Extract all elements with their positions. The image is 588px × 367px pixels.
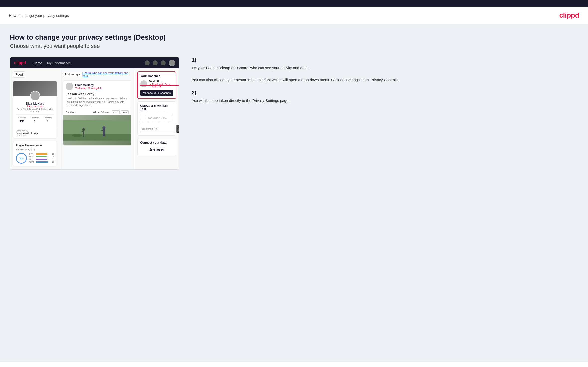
trackman-placeholder: Trackman Link [140, 113, 173, 123]
tag-app: APP [121, 110, 129, 114]
connect-widget: Connect your data Arccos [137, 138, 176, 156]
quality-circle: 92 [16, 153, 27, 164]
post-card: Blair McHarg Yesterday · Sunningdale Les… [63, 80, 131, 146]
control-privacy-link[interactable]: Control who can see your activity and da… [83, 71, 131, 77]
bar-row-ott: OTT 90 [29, 153, 54, 155]
clippd-logo: clippd [559, 11, 579, 19]
bar-row-putt: PUTT 96 [29, 161, 54, 163]
profile-handicap: Plus Handicap [16, 105, 54, 108]
instruction-2-number: 2) [192, 90, 578, 96]
footer: Copyright Clippd 2022 [0, 362, 588, 367]
nav-my-performance[interactable]: My Performance [47, 61, 71, 65]
perf-body: 92 OTT 90 APP 85 [16, 153, 54, 164]
main-content: How to change your privacy settings (Des… [0, 24, 588, 362]
svg-rect-12 [104, 133, 105, 136]
post-header: Blair McHarg Yesterday · Sunningdale [63, 81, 131, 92]
tag-ott: OTT [112, 110, 120, 114]
svg-rect-6 [83, 134, 84, 137]
profile-banner [13, 81, 57, 96]
coaches-section: Your Coaches David Ford 📍 Royal North De… [137, 71, 176, 99]
trackman-widget: Upload a Trackman Test Trackman Link Add… [137, 101, 176, 136]
svg-rect-9 [103, 129, 105, 133]
bar-row-arg: ARG 86 [29, 158, 54, 160]
svg-rect-5 [81, 131, 84, 132]
search-icon[interactable] [145, 60, 150, 65]
perf-bars: OTT 90 APP 85 ARG [29, 153, 54, 164]
instruction-1-text: On your Feed, click/tap on 'Control who … [192, 65, 578, 83]
header: How to change your privacy settings clip… [0, 7, 588, 24]
app-body: Feed Blair McHarg Plus Handicap Royal No… [10, 68, 179, 169]
bar-row-app: APP 85 [29, 156, 54, 158]
instruction-2-text: You will then be taken directly to the P… [192, 98, 578, 104]
profile-name: Blair McHarg [16, 102, 54, 105]
svg-rect-4 [83, 131, 84, 134]
stat-following: Following 4 [43, 117, 52, 123]
add-link-button[interactable]: Add Link [176, 125, 179, 133]
arccos-brand: Arccos [140, 146, 173, 154]
page-subheading: Choose what you want people to see [10, 43, 578, 49]
avatar[interactable] [169, 60, 175, 66]
nav-right [145, 60, 175, 66]
latest-activity: Latest Activity Lesson with Fordy 03 Aug… [13, 128, 57, 138]
top-bar [0, 0, 588, 7]
nav-home[interactable]: Home [33, 61, 42, 65]
content-area: clippd Home My Performance Feed [10, 57, 578, 170]
trackman-field[interactable] [140, 125, 175, 133]
profile-avatar [30, 91, 40, 101]
app-nav: clippd Home My Performance [10, 57, 179, 68]
feed-header: Following ▾ Control who can see your act… [63, 71, 131, 77]
coach-item: David Ford 📍 Royal North Devon Golf Club [140, 80, 173, 88]
svg-rect-10 [101, 130, 105, 131]
trackman-input-row: Add Link [140, 125, 173, 133]
svg-rect-7 [84, 134, 84, 137]
profile-club: Royal North Devon Golf Club, United King… [16, 108, 54, 113]
user-icon[interactable] [153, 60, 158, 65]
app-right-sidebar: Your Coaches David Ford 📍 Royal North De… [134, 68, 179, 169]
post-avatar [66, 83, 73, 90]
app-logo: clippd [14, 61, 26, 65]
instruction-2: 2) You will then be taken directly to th… [192, 90, 578, 104]
feed-tab[interactable]: Feed [13, 71, 25, 78]
svg-rect-11 [103, 133, 104, 136]
player-performance-card: Player Performance Total Player Quality … [13, 141, 57, 166]
svg-point-3 [82, 128, 85, 131]
location-icon[interactable] [161, 60, 166, 65]
profile-stats: Activities 131 Followers 3 Following 4 [16, 114, 54, 125]
svg-point-2 [72, 134, 82, 137]
svg-point-8 [102, 126, 105, 129]
app-sidebar: Feed Blair McHarg Plus Handicap Royal No… [10, 68, 60, 169]
manage-coaches-button[interactable]: Manage Your Coaches [140, 90, 173, 96]
post-duration: Duration 01 hr : 30 min OTT APP [63, 109, 131, 115]
post-body: Lesson with Fordy Looking to feel like m… [63, 92, 131, 109]
stat-activities: Activities 131 [18, 117, 26, 123]
profile-card: Blair McHarg Plus Handicap Royal North D… [13, 81, 57, 139]
post-tags: OTT APP [112, 110, 129, 114]
coach-avatar [140, 80, 147, 87]
instruction-1: 1) On your Feed, click/tap on 'Control w… [192, 57, 578, 83]
header-title: How to change your privacy settings [9, 13, 69, 18]
app-main: Following ▾ Control who can see your act… [60, 68, 134, 169]
stat-followers: Followers 3 [30, 117, 39, 123]
coaches-widget: Your Coaches David Ford 📍 Royal North De… [137, 71, 176, 99]
screenshot-mockup: clippd Home My Performance Feed [10, 57, 179, 170]
post-image-svg [63, 115, 131, 145]
post-image [63, 115, 131, 145]
following-button[interactable]: Following ▾ [63, 72, 83, 77]
instructions-panel: 1) On your Feed, click/tap on 'Control w… [189, 57, 578, 110]
instruction-1-number: 1) [192, 57, 578, 63]
page-heading: How to change your privacy settings (Des… [10, 33, 578, 41]
